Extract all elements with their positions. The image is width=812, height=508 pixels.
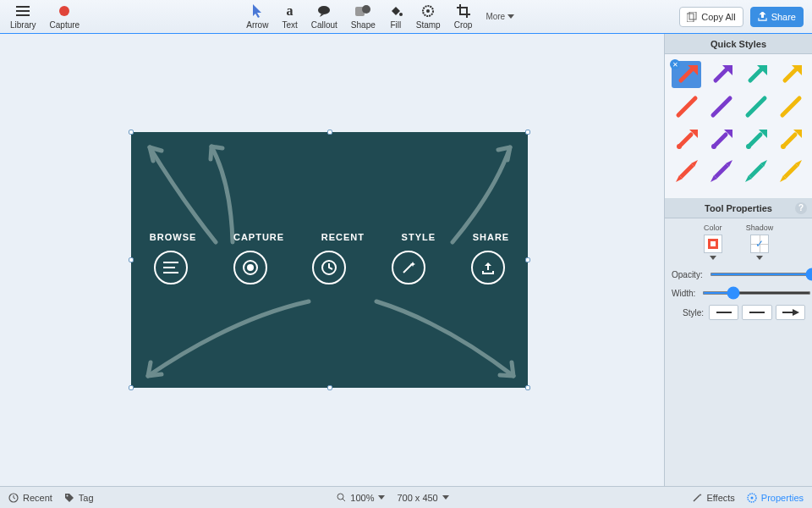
- tool-crop[interactable]: Crop: [453, 3, 475, 30]
- svg-point-6: [426, 9, 430, 13]
- menu-icon: [16, 3, 30, 19]
- svg-line-31: [785, 165, 797, 177]
- quick-style-swatch[interactable]: [706, 61, 736, 88]
- quick-style-swatch[interactable]: [706, 125, 736, 152]
- svg-point-10: [247, 264, 254, 271]
- tool-arrow[interactable]: Arrow: [244, 3, 270, 30]
- toolbar-item-label: Arrow: [246, 20, 268, 30]
- tool-stamp[interactable]: Stamp: [414, 3, 442, 30]
- tool-more[interactable]: More: [484, 12, 516, 21]
- shadow-swatch[interactable]: ✓: [750, 235, 769, 253]
- quick-style-swatch[interactable]: [776, 157, 805, 185]
- button-label: Copy All: [701, 12, 735, 22]
- crop-icon: [457, 3, 470, 19]
- share-button[interactable]: Share: [750, 7, 804, 27]
- svg-point-0: [59, 6, 69, 16]
- quick-style-swatch[interactable]: [672, 125, 701, 152]
- canvas-card[interactable]: BROWSE CAPTURE RECENT STYLE SHARE: [131, 132, 528, 388]
- svg-line-15: [785, 69, 797, 80]
- style-selectors: [709, 305, 805, 320]
- color-swatch-group: Color: [704, 224, 722, 260]
- speech-bubble-icon: [317, 3, 331, 19]
- chevron-down-icon: [508, 14, 514, 19]
- svg-point-37: [337, 494, 343, 500]
- tool-properties-header: Tool Properties ?: [665, 198, 812, 218]
- resize-handle[interactable]: [525, 385, 530, 390]
- quick-style-swatch[interactable]: [776, 61, 805, 88]
- color-swatch[interactable]: [704, 235, 722, 253]
- resize-handle[interactable]: [327, 130, 332, 135]
- width-slider[interactable]: [702, 291, 811, 295]
- canvas[interactable]: BROWSE CAPTURE RECENT STYLE SHARE: [0, 34, 664, 486]
- svg-point-1: [318, 6, 330, 14]
- toolbar-left: Library Capture: [8, 0, 81, 33]
- tool-callout[interactable]: Callout: [310, 3, 339, 30]
- capture-button[interactable]: Capture: [48, 3, 82, 30]
- card-label: SHARE: [473, 232, 510, 242]
- resize-handle[interactable]: [129, 130, 134, 135]
- help-icon[interactable]: ?: [795, 202, 807, 214]
- status-label: Properties: [761, 493, 804, 503]
- width-row: Width: 11pt: [665, 284, 812, 302]
- upload-icon: [758, 12, 767, 21]
- property-label: Style:: [672, 308, 704, 318]
- svg-line-13: [716, 69, 727, 80]
- button-label: Share: [771, 12, 796, 22]
- svg-point-3: [362, 5, 370, 14]
- opacity-slider[interactable]: [710, 273, 812, 276]
- svg-line-14: [750, 69, 762, 80]
- shadow-swatch-group: Shadow ✓: [746, 224, 774, 260]
- quick-style-swatch[interactable]: [776, 93, 805, 120]
- svg-point-23: [711, 144, 716, 149]
- quick-style-swatch[interactable]: [706, 93, 736, 120]
- recent-button[interactable]: Recent: [8, 493, 52, 503]
- zoom-control[interactable]: 100%: [337, 493, 385, 503]
- selection[interactable]: BROWSE CAPTURE RECENT STYLE SHARE: [131, 132, 528, 388]
- resize-handle[interactable]: [327, 385, 332, 390]
- quick-style-swatch[interactable]: [706, 157, 736, 185]
- tag-button[interactable]: Tag: [64, 493, 94, 503]
- svg-line-38: [343, 499, 345, 501]
- quick-style-swatch[interactable]: [741, 93, 771, 120]
- resize-handle[interactable]: [129, 385, 134, 390]
- line-start-style[interactable]: [709, 305, 738, 320]
- resize-handle[interactable]: [525, 130, 530, 135]
- resize-handle[interactable]: [129, 257, 134, 262]
- quick-style-swatch[interactable]: [672, 61, 701, 88]
- upload-icon: [471, 251, 505, 284]
- toolbar-item-label: Shape: [351, 20, 376, 30]
- resize-handle[interactable]: [525, 257, 530, 262]
- toolbar-right: Copy All Share: [679, 0, 804, 33]
- line-dash-style[interactable]: [742, 305, 771, 320]
- tool-fill[interactable]: Fill: [387, 3, 404, 30]
- library-button[interactable]: Library: [8, 3, 38, 30]
- dimensions-value: 700 x 450: [397, 493, 437, 503]
- quick-style-swatch[interactable]: [672, 93, 701, 120]
- toolbar-item-label: Text: [282, 20, 297, 30]
- quick-style-swatch[interactable]: [741, 61, 771, 88]
- tool-shape[interactable]: Shape: [349, 3, 377, 30]
- panel-title-label: Quick Styles: [710, 39, 766, 49]
- svg-line-17: [713, 98, 730, 115]
- status-label: Effects: [706, 493, 734, 503]
- quick-style-swatch[interactable]: [672, 157, 701, 185]
- svg-line-30: [750, 165, 762, 177]
- properties-button[interactable]: Properties: [747, 493, 804, 503]
- status-label: Recent: [23, 493, 52, 503]
- toolbar-item-label: Callout: [311, 20, 337, 30]
- effects-button[interactable]: Effects: [692, 493, 734, 503]
- svg-point-4: [399, 13, 403, 16]
- tool-text[interactable]: a Text: [280, 3, 299, 30]
- quick-style-swatch[interactable]: [741, 125, 771, 152]
- toolbar-item-label: Capture: [50, 20, 80, 30]
- svg-rect-8: [689, 12, 696, 19]
- svg-line-28: [681, 165, 693, 177]
- property-label: Width:: [672, 289, 695, 298]
- card-label: STYLE: [402, 232, 436, 242]
- quick-style-swatch[interactable]: [741, 157, 771, 185]
- copy-all-button[interactable]: Copy All: [679, 7, 743, 27]
- line-end-style[interactable]: [776, 305, 805, 320]
- dimensions-display[interactable]: 700 x 450: [397, 493, 448, 503]
- zoom-value: 100%: [350, 493, 374, 503]
- quick-style-swatch[interactable]: [776, 125, 805, 152]
